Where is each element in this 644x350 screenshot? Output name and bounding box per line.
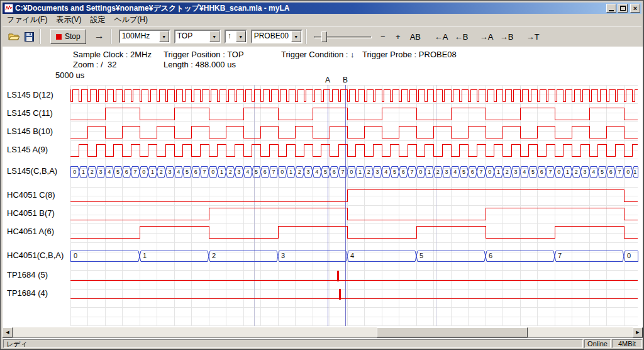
menu-settings[interactable]: 設定 <box>86 13 109 26</box>
scroll-left-button[interactable]: ◀ <box>3 327 13 337</box>
svg-text:1: 1 <box>358 169 362 175</box>
svg-text:3: 3 <box>169 169 172 175</box>
sample-rate-select[interactable]: 100MHz ▼ <box>119 30 170 43</box>
horizontal-scrollbar[interactable]: ◀ ▶ <box>3 327 643 337</box>
channel-label: LS145(C,B,A) <box>7 166 69 177</box>
svg-text:3: 3 <box>307 169 310 175</box>
svg-text:3: 3 <box>376 169 379 175</box>
waveform-canvas[interactable]: 0123456701234567012345670123456701234567… <box>3 47 643 327</box>
jump-left-to-a-button[interactable]: ←A <box>431 29 450 44</box>
toolbar-separator <box>306 29 307 44</box>
svg-text:1: 1 <box>82 169 85 175</box>
trace-hc4051-a-6- <box>70 227 638 239</box>
dropdown-arrow-icon[interactable]: ▼ <box>236 31 246 42</box>
svg-text:1: 1 <box>497 169 500 175</box>
svg-text:7: 7 <box>411 169 414 175</box>
scroll-track[interactable] <box>13 327 633 337</box>
svg-text:6: 6 <box>194 169 197 175</box>
app-window: C:¥Documents and Settings¥noname¥デスクトップ¥… <box>0 0 644 350</box>
minimize-button[interactable] <box>606 4 616 13</box>
svg-text:5: 5 <box>393 169 396 175</box>
sample-rate-value: 100MHz <box>120 31 159 42</box>
svg-text:0: 0 <box>350 169 353 175</box>
title-bar: C:¥Documents and Settings¥noname¥デスクトップ¥… <box>3 3 641 14</box>
menu-bar: ファイル(F) 表示(V) 設定 ヘルプ(H) <box>3 14 641 26</box>
trace-ls145-d-12- <box>70 90 638 102</box>
scroll-thumb[interactable] <box>377 327 528 337</box>
zoom-slider-thumb[interactable] <box>321 31 327 42</box>
svg-text:4: 4 <box>350 252 354 259</box>
trigger-position-value: TOP <box>175 31 209 42</box>
trigger-edge-select[interactable]: ↑ ▼ <box>225 30 247 43</box>
svg-text:2: 2 <box>160 169 163 175</box>
svg-text:7: 7 <box>618 169 621 175</box>
menu-file[interactable]: ファイル(F) <box>3 13 52 26</box>
svg-text:2: 2 <box>575 169 578 175</box>
scroll-left-icon: ◀ <box>6 330 9 335</box>
svg-text:2: 2 <box>506 169 509 175</box>
caption-buttons: × <box>606 4 640 13</box>
svg-text:0: 0 <box>419 169 422 175</box>
svg-text:4: 4 <box>453 169 457 175</box>
zoom-out-button[interactable]: − <box>377 29 389 44</box>
svg-text:7: 7 <box>134 169 137 175</box>
svg-text:6: 6 <box>609 169 613 175</box>
dropdown-arrow-icon[interactable]: ▼ <box>209 31 219 42</box>
jump-to-trigger-button[interactable]: →T <box>523 29 542 44</box>
svg-text:3: 3 <box>281 252 285 259</box>
svg-text:2: 2 <box>436 169 440 175</box>
svg-text:0: 0 <box>142 169 145 175</box>
marker-a-label[interactable]: A <box>324 76 331 84</box>
jump-right-to-b-button[interactable]: →B <box>497 29 516 44</box>
svg-text:6: 6 <box>489 252 492 259</box>
pulse-tp1684-4- <box>339 289 341 300</box>
close-icon: × <box>633 5 637 12</box>
menu-view[interactable]: 表示(V) <box>52 13 86 26</box>
scroll-right-button[interactable]: ▶ <box>633 327 643 337</box>
waveform-view[interactable]: Sample Clock : 2MHz Trigger Position : T… <box>3 47 643 327</box>
zoom-ab-button[interactable]: AB <box>407 29 424 44</box>
svg-text:1: 1 <box>220 169 223 175</box>
jump-right-to-a-button[interactable]: →A <box>477 29 496 44</box>
open-button[interactable] <box>6 29 21 44</box>
trigger-position-select[interactable]: TOP ▼ <box>174 30 221 43</box>
svg-text:1: 1 <box>289 169 292 175</box>
svg-text:7: 7 <box>341 169 345 175</box>
channel-label: HC4051 A(6) <box>7 227 69 237</box>
scroll-right-icon: ▶ <box>636 330 639 335</box>
svg-text:2: 2 <box>367 169 370 175</box>
svg-text:4: 4 <box>592 169 595 175</box>
status-message: レディ <box>3 339 583 348</box>
stop-button[interactable]: Stop <box>50 29 86 44</box>
channel-label: HC4051 B(7) <box>7 208 69 219</box>
svg-text:2: 2 <box>91 169 94 175</box>
svg-text:1: 1 <box>143 252 147 259</box>
zoom-in-button[interactable]: + <box>392 29 404 44</box>
svg-text:0: 0 <box>626 169 630 175</box>
svg-text:7: 7 <box>480 169 483 175</box>
svg-text:5: 5 <box>116 169 119 175</box>
dropdown-arrow-icon[interactable]: ▼ <box>159 31 169 42</box>
zoom-slider[interactable] <box>314 29 372 44</box>
svg-text:1: 1 <box>428 169 431 175</box>
svg-text:3: 3 <box>99 169 103 175</box>
menu-help[interactable]: ヘルプ(H) <box>109 13 152 26</box>
marker-b-label[interactable]: B <box>341 76 349 84</box>
svg-text:0: 0 <box>280 169 284 175</box>
probe-select[interactable]: PROBE00 ▼ <box>251 30 303 43</box>
trace-ls145-b-10- <box>70 127 638 138</box>
maximize-button[interactable] <box>618 4 628 13</box>
jump-left-to-b-button[interactable]: ←B <box>452 29 470 44</box>
run-step-button[interactable]: → <box>91 29 108 44</box>
svg-text:1: 1 <box>633 169 636 175</box>
svg-text:5: 5 <box>462 169 465 175</box>
channel-label: LS145 C(11) <box>7 108 69 119</box>
traces: 0123456701234567012345670123456701234567… <box>70 90 638 300</box>
dropdown-arrow-icon[interactable]: ▼ <box>291 31 301 42</box>
status-memory: 4MBit <box>612 339 642 348</box>
save-button[interactable] <box>21 29 36 44</box>
close-button[interactable]: × <box>630 4 640 13</box>
svg-text:5: 5 <box>324 169 327 175</box>
channel-label: HC4051 C(8) <box>7 190 69 201</box>
svg-text:5: 5 <box>186 169 189 175</box>
